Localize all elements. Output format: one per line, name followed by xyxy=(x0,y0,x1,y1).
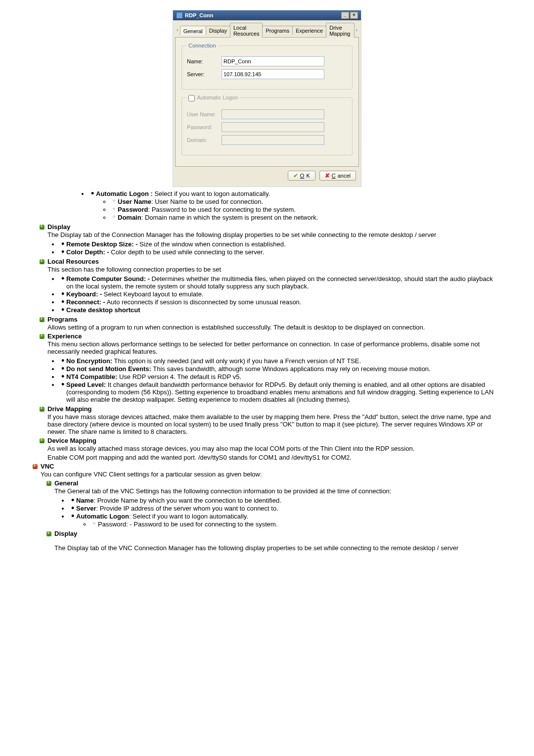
vnc-general-head: General xyxy=(46,479,494,487)
tab-programs[interactable]: Programs xyxy=(262,26,293,35)
cancel-label-first: C xyxy=(332,173,336,179)
tab-drive-mapping[interactable]: Drive Mapping xyxy=(326,23,355,38)
list-item: Keyboard: - Select Keyboard layout to em… xyxy=(59,290,494,298)
list-item: Remote Desktop Size: - Size of the windo… xyxy=(59,240,494,248)
list-item: Automatic Logon : Select if you want to … xyxy=(89,190,494,221)
list-item: Remote Computer Sound: - Determines whet… xyxy=(59,275,494,290)
ok-button[interactable]: ✔ OK xyxy=(288,171,315,181)
auto-logon-head: Automatic Logon : xyxy=(96,190,153,197)
list-item: Domain: Domain name in which the system … xyxy=(111,214,494,221)
automatic-logon-group: Automatic Logon User Name: Password: Dom… xyxy=(181,94,353,155)
username-label: User Name: xyxy=(187,111,222,117)
list-item: Color Depth: - Color depth to be used wh… xyxy=(59,248,494,256)
list-item: Speed Level: It changes default bandwidt… xyxy=(59,381,494,403)
password-label: Password: xyxy=(187,124,222,130)
vnc-general-para: The General tab of the VNC Settings has … xyxy=(54,487,494,495)
vnc-head: VNC xyxy=(33,463,494,470)
lr-para: This section has the following connectio… xyxy=(47,266,494,273)
username-input xyxy=(222,109,324,119)
tabs-scroll-right-icon[interactable]: › xyxy=(354,26,359,34)
name-input[interactable] xyxy=(222,56,324,66)
tab-display[interactable]: Display xyxy=(206,26,230,35)
experience-para: This menu section allows performance set… xyxy=(47,340,494,355)
list-item: Do not send Motion Events: This saves ba… xyxy=(59,365,494,373)
list-item: Server: Provide IP address of the server… xyxy=(69,505,494,512)
cancel-label-rest: ancel xyxy=(338,173,351,179)
connection-group: Connection Name: Server: xyxy=(181,43,353,90)
ok-label-first: O xyxy=(300,173,305,179)
vnc-display-para: The Display tab of the VNC Connection Ma… xyxy=(54,544,494,552)
list-item: No Encryption: This option is only neede… xyxy=(59,357,494,365)
tabs-row: ‹ General Display Local Resources Progra… xyxy=(175,22,359,38)
tab-experience[interactable]: Experience xyxy=(292,26,326,35)
cancel-icon: ✘ xyxy=(325,172,330,179)
ok-icon: ✔ xyxy=(293,172,298,179)
tab-content: Connection Name: Server: Automatic Logon… xyxy=(175,38,359,167)
dialog-titlebar: RDP_Conn _ × xyxy=(173,10,361,20)
list-item: Create desktop shortcut xyxy=(59,306,494,314)
experience-head: Experience xyxy=(40,332,494,340)
minimize-icon[interactable]: _ xyxy=(341,12,349,19)
list-item: Password: - Password to be used for conn… xyxy=(91,520,494,528)
device-mapping-head: Device Mapping xyxy=(40,437,494,444)
tab-local-resources[interactable]: Local Resources xyxy=(230,23,263,38)
list-item: Name: Provide Name by which you want the… xyxy=(69,497,494,504)
auto-logon-desc: Select if you want to logon automaticall… xyxy=(153,190,270,197)
server-label: Server: xyxy=(187,71,222,77)
auto-logon-checkbox[interactable] xyxy=(188,95,195,101)
auto-logon-legend-text: Automatic Logon xyxy=(197,94,238,100)
vnc-display-head: Display xyxy=(46,530,494,537)
display-para: The Display tab of the Connection Manage… xyxy=(47,231,494,238)
tab-general[interactable]: General xyxy=(180,26,206,35)
list-item: Password: Password to be used for connec… xyxy=(111,206,494,213)
doc-content: Automatic Logon : Select if you want to … xyxy=(40,190,494,552)
drive-mapping-head: Drive Mapping xyxy=(40,405,494,413)
close-icon[interactable]: × xyxy=(350,12,358,19)
domain-label: Domain: xyxy=(187,137,222,143)
cancel-button[interactable]: ✘ Cancel xyxy=(319,171,356,181)
app-icon xyxy=(176,12,183,19)
vnc-para: You can configure VNC Client settings fo… xyxy=(41,471,494,478)
ok-label-rest: K xyxy=(306,173,310,179)
display-head: Display xyxy=(40,223,494,231)
list-item: Reconnect: - Auto reconnects if session … xyxy=(59,298,494,306)
device-mapping-p2: Enable COM port mapping and add the want… xyxy=(47,454,494,461)
rdp-dialog: RDP_Conn _ × ‹ General Display Local Res… xyxy=(173,10,361,187)
password-input xyxy=(222,122,324,132)
server-input[interactable] xyxy=(222,69,324,79)
name-label: Name: xyxy=(187,58,222,64)
programs-head: Programs xyxy=(40,316,494,323)
auto-logon-legend: Automatic Logon xyxy=(187,94,239,101)
drive-mapping-para: If you have mass storage devices attache… xyxy=(47,413,494,435)
device-mapping-p1: As well as locally attached mass storage… xyxy=(47,445,494,452)
local-resources-head: Local Resources xyxy=(40,258,494,265)
programs-para: Allows setting of a program to run when … xyxy=(47,324,494,331)
list-item: Automatic Logon: Select if you want to l… xyxy=(69,513,494,528)
connection-legend: Connection xyxy=(187,43,218,48)
domain-input xyxy=(222,135,324,145)
list-item: NT4 Compatible: Use RDP version 4. The d… xyxy=(59,373,494,380)
tabs-scroll-left-icon[interactable]: ‹ xyxy=(175,26,180,34)
dialog-title-text: RDP_Conn xyxy=(185,12,213,18)
list-item: User Name: User Name to be used for conn… xyxy=(111,198,494,205)
